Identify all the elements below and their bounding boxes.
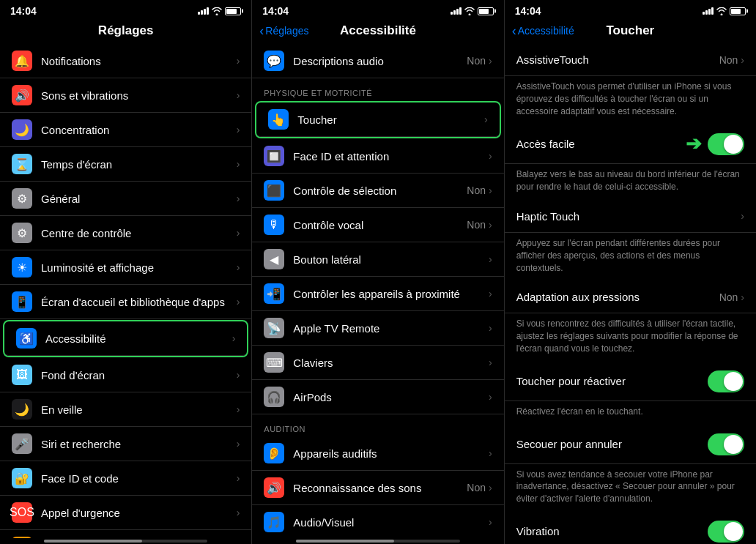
list-item[interactable]: 🎧AirPods› <box>252 380 503 414</box>
chevron-right-icon: › <box>237 403 240 415</box>
wifi-icon-3 <box>716 7 727 15</box>
toggle-switch[interactable] <box>708 370 744 392</box>
chevron-right-icon: › <box>237 507 240 518</box>
back-label-3: Accessibilité <box>518 25 574 37</box>
list-item[interactable]: ♿Accessibilité› <box>4 321 247 356</box>
list-item[interactable]: 📱Écran d'accueil et bibliothèque d'apps› <box>0 285 251 319</box>
item-icon: 🔊 <box>12 85 32 105</box>
settings-row[interactable]: AssistiveTouchNon› <box>505 44 756 76</box>
chevron-right-icon: › <box>741 54 744 66</box>
item-icon: 📱 <box>12 291 32 312</box>
row-label: AssistiveTouch <box>516 53 719 66</box>
row-label: Secouer pour annuler <box>516 438 708 450</box>
row-label: Adaptation aux pressions <box>516 291 719 303</box>
chevron-right-icon: › <box>237 89 240 101</box>
list-item[interactable]: 🔊Reconnaissance des sonsNon› <box>252 471 503 505</box>
back-button-3[interactable]: ‹ Accessibilité <box>512 25 574 37</box>
list-item[interactable]: ⬛Contrôle de sélectionNon› <box>252 174 503 208</box>
battery-icon-1 <box>225 7 241 15</box>
list-item[interactable]: 🔐Face ID et code› <box>0 461 251 496</box>
status-bar-1: 14:04 <box>0 0 251 21</box>
list-item[interactable]: 📡Apple TV Remote› <box>252 311 503 346</box>
chevron-right-icon: › <box>489 219 492 231</box>
chevron-right-icon: › <box>237 296 240 308</box>
toggle-knob <box>724 522 743 541</box>
item-label: Appel d'urgence <box>41 507 237 519</box>
settings-row[interactable]: Vibration <box>505 513 756 544</box>
list-item[interactable]: 🎤Siri et recherche› <box>0 427 251 461</box>
item-label: Face ID et code <box>41 472 237 485</box>
panel-accessibilite: 14:04 ‹ Réglages Accessibilité 💬D <box>251 0 503 544</box>
list-item[interactable]: 👆Toucher› <box>256 103 499 137</box>
list-item[interactable]: 🔊Sons et vibrations› <box>0 78 251 113</box>
chevron-right-icon: › <box>489 185 492 196</box>
list-item[interactable]: 🔲Face ID et attention› <box>252 139 503 174</box>
item-label: Temps d'écran <box>41 158 237 171</box>
list-item[interactable]: 👂Appareils auditifs› <box>252 436 503 471</box>
signal-bars-1 <box>198 7 209 15</box>
settings-list-1[interactable]: 🔔Notifications›🔊Sons et vibrations›🌙Conc… <box>0 44 251 538</box>
row-label: Accès facile <box>516 138 686 150</box>
status-icons-2 <box>451 7 494 15</box>
list-item[interactable]: 📲Contrôler les appareils à proximité› <box>252 277 503 311</box>
item-icon: ⬛ <box>264 180 284 201</box>
item-value: Non <box>467 55 486 67</box>
list-item[interactable]: 🌙En veille› <box>0 392 251 427</box>
status-icons-3 <box>703 7 746 15</box>
status-time-2: 14:04 <box>262 5 289 17</box>
list-item[interactable]: ⌛Temps d'écran› <box>0 147 251 182</box>
list-item[interactable]: 🔔Notifications› <box>0 44 251 78</box>
toggle-switch[interactable] <box>708 133 744 155</box>
list-item[interactable]: 🖼Fond d'écran› <box>0 358 251 392</box>
battery-icon-3 <box>730 7 746 15</box>
item-label: Appareils auditifs <box>293 447 489 460</box>
status-bar-3: 14:04 <box>505 0 756 21</box>
chevron-right-icon: › <box>489 516 492 528</box>
list-item[interactable]: 🎙Contrôle vocalNon› <box>252 208 503 242</box>
nav-header-2: ‹ Réglages Accessibilité <box>252 21 503 44</box>
toggle-switch[interactable] <box>708 521 744 543</box>
chevron-right-icon: › <box>237 193 240 204</box>
nav-header-3: ‹ Accessibilité Toucher <box>505 21 756 44</box>
item-icon: 👆 <box>268 109 289 130</box>
accessibility-list[interactable]: 💬Descriptions audioNon›PHYSIQUE ET MOTRI… <box>252 44 503 538</box>
chevron-right-icon: › <box>489 288 492 299</box>
item-icon: 👂 <box>264 443 284 463</box>
list-item[interactable]: ⌨Claviers› <box>252 346 503 380</box>
row-description: AssistiveTouch vous permet d'utiliser un… <box>505 76 756 124</box>
list-item[interactable]: ⚙Général› <box>0 182 251 216</box>
list-item[interactable]: ⚙Centre de contrôle› <box>0 216 251 250</box>
panel-reglages: 14:04 Réglages 🔔Notifications›🔊Sons et v… <box>0 0 251 544</box>
list-item[interactable]: SOSAppel d'urgence› <box>0 496 251 530</box>
scroll-indicator-1 <box>44 540 207 543</box>
chevron-right-icon: › <box>741 291 744 303</box>
settings-row[interactable]: Secouer pour annuler <box>505 425 756 464</box>
list-item[interactable]: 🎵Audio/Visuel› <box>252 505 503 538</box>
item-icon: ☀ <box>12 257 32 277</box>
item-label: Accessibilité <box>45 332 232 345</box>
item-icon: 🔲 <box>264 146 284 166</box>
chevron-right-icon: › <box>232 332 236 344</box>
toggle-switch[interactable] <box>708 433 744 455</box>
list-item[interactable]: ◀Bouton latéral› <box>252 242 503 277</box>
back-button-2[interactable]: ‹ Réglages <box>259 25 308 37</box>
item-icon: ⚙ <box>12 223 32 243</box>
item-icon: 🎤 <box>12 433 32 454</box>
row-description: Balayez vers le bas au niveau du bord in… <box>505 164 756 201</box>
list-item[interactable]: ☀Luminosité et affichage› <box>0 250 251 285</box>
item-icon: SOS <box>12 502 32 523</box>
wifi-icon-2 <box>464 7 475 15</box>
list-item[interactable]: ⚠Notifications d'exposition› <box>0 530 251 538</box>
toucher-content[interactable]: AssistiveTouchNon›AssistiveTouch vous pe… <box>505 44 756 544</box>
list-item[interactable]: 🌙Concentration› <box>0 113 251 147</box>
item-label: Apple TV Remote <box>293 322 489 335</box>
item-label: Audio/Visuel <box>293 516 489 529</box>
item-label: Luminosité et affichage <box>41 261 237 274</box>
list-item[interactable]: 💬Descriptions audioNon› <box>252 44 503 78</box>
settings-row[interactable]: Adaptation aux pressionsNon› <box>505 281 756 313</box>
chevron-right-icon: › <box>237 124 240 135</box>
settings-row[interactable]: Haptic Touch› <box>505 201 756 233</box>
settings-row[interactable]: Toucher pour réactiver <box>505 362 756 401</box>
row-description: Appuyez sur l'écran pendant différentes … <box>505 233 756 281</box>
settings-row[interactable]: Accès facile➔ <box>505 124 756 164</box>
